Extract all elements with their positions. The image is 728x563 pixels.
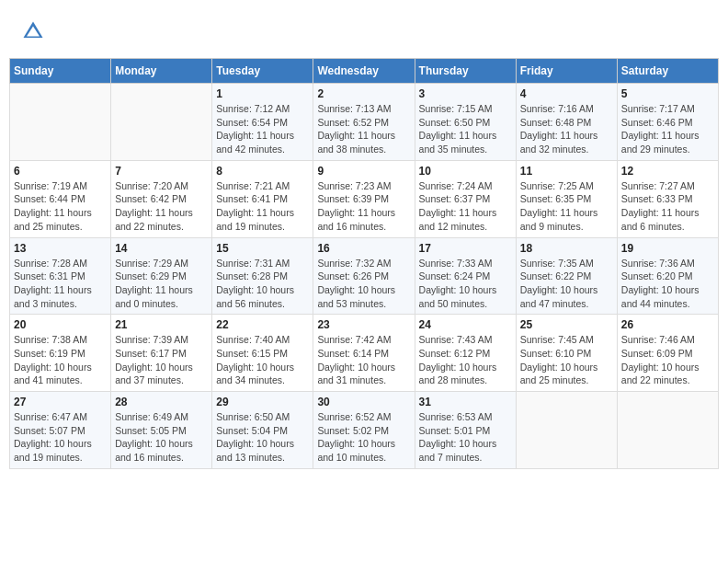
day-of-week-header: Sunday bbox=[10, 59, 111, 84]
day-info: Sunrise: 7:12 AMSunset: 6:54 PMDaylight:… bbox=[216, 102, 309, 156]
calendar-day-cell: 6Sunrise: 7:19 AMSunset: 6:44 PMDaylight… bbox=[10, 160, 111, 237]
day-number: 24 bbox=[419, 318, 512, 331]
calendar-day-cell: 9Sunrise: 7:23 AMSunset: 6:39 PMDaylight… bbox=[313, 160, 415, 237]
day-number: 11 bbox=[520, 165, 613, 178]
calendar-day-cell: 3Sunrise: 7:15 AMSunset: 6:50 PMDaylight… bbox=[415, 84, 516, 161]
day-number: 21 bbox=[115, 318, 208, 331]
day-info: Sunrise: 7:15 AMSunset: 6:50 PMDaylight:… bbox=[419, 102, 512, 156]
day-info: Sunrise: 7:20 AMSunset: 6:42 PMDaylight:… bbox=[115, 179, 208, 234]
day-info: Sunrise: 7:32 AMSunset: 6:26 PMDaylight:… bbox=[317, 257, 410, 311]
day-info: Sunrise: 7:28 AMSunset: 6:31 PMDaylight:… bbox=[14, 257, 107, 311]
day-info: Sunrise: 7:46 AMSunset: 6:09 PMDaylight:… bbox=[621, 333, 714, 387]
day-info: Sunrise: 7:39 AMSunset: 6:17 PMDaylight:… bbox=[115, 333, 208, 387]
day-info: Sunrise: 7:29 AMSunset: 6:29 PMDaylight:… bbox=[115, 257, 208, 311]
calendar-day-cell: 21Sunrise: 7:39 AMSunset: 6:17 PMDayligh… bbox=[111, 315, 212, 392]
calendar-day-cell: 2Sunrise: 7:13 AMSunset: 6:52 PMDaylight… bbox=[313, 84, 415, 161]
day-info: Sunrise: 7:36 AMSunset: 6:20 PMDaylight:… bbox=[621, 257, 714, 311]
calendar-day-cell: 17Sunrise: 7:33 AMSunset: 6:24 PMDayligh… bbox=[415, 237, 516, 315]
calendar-day-cell bbox=[617, 392, 718, 469]
day-info: Sunrise: 7:31 AMSunset: 6:28 PMDaylight:… bbox=[216, 257, 309, 311]
calendar-day-cell: 23Sunrise: 7:42 AMSunset: 6:14 PMDayligh… bbox=[313, 315, 415, 392]
day-info: Sunrise: 7:27 AMSunset: 6:33 PMDaylight:… bbox=[621, 179, 714, 234]
day-info: Sunrise: 6:52 AMSunset: 5:02 PMDaylight:… bbox=[317, 410, 410, 465]
day-number: 27 bbox=[14, 396, 107, 408]
day-number: 2 bbox=[317, 87, 410, 100]
day-number: 4 bbox=[520, 87, 613, 100]
day-number: 3 bbox=[419, 87, 512, 100]
calendar-day-cell: 11Sunrise: 7:25 AMSunset: 6:35 PMDayligh… bbox=[516, 160, 617, 237]
calendar-day-cell: 15Sunrise: 7:31 AMSunset: 6:28 PMDayligh… bbox=[212, 237, 313, 315]
calendar-day-cell: 22Sunrise: 7:40 AMSunset: 6:15 PMDayligh… bbox=[212, 315, 313, 392]
day-info: Sunrise: 7:33 AMSunset: 6:24 PMDaylight:… bbox=[419, 257, 512, 311]
day-of-week-header: Wednesday bbox=[313, 59, 415, 84]
calendar-week-row: 13Sunrise: 7:28 AMSunset: 6:31 PMDayligh… bbox=[10, 237, 719, 315]
calendar-week-row: 20Sunrise: 7:38 AMSunset: 6:19 PMDayligh… bbox=[10, 315, 719, 392]
day-info: Sunrise: 7:43 AMSunset: 6:12 PMDaylight:… bbox=[419, 333, 512, 387]
day-number: 28 bbox=[115, 396, 208, 408]
day-of-week-header: Tuesday bbox=[212, 59, 313, 84]
day-info: Sunrise: 6:50 AMSunset: 5:04 PMDaylight:… bbox=[216, 410, 309, 465]
day-info: Sunrise: 7:17 AMSunset: 6:46 PMDaylight:… bbox=[621, 102, 714, 156]
day-info: Sunrise: 7:42 AMSunset: 6:14 PMDaylight:… bbox=[317, 333, 410, 387]
day-info: Sunrise: 7:16 AMSunset: 6:48 PMDaylight:… bbox=[520, 102, 613, 156]
calendar-day-cell: 1Sunrise: 7:12 AMSunset: 6:54 PMDaylight… bbox=[212, 84, 313, 161]
calendar-day-cell: 14Sunrise: 7:29 AMSunset: 6:29 PMDayligh… bbox=[111, 237, 212, 315]
day-number: 20 bbox=[14, 318, 107, 331]
day-number: 18 bbox=[520, 242, 613, 255]
day-info: Sunrise: 7:35 AMSunset: 6:22 PMDaylight:… bbox=[520, 257, 613, 311]
day-info: Sunrise: 7:40 AMSunset: 6:15 PMDaylight:… bbox=[216, 333, 309, 387]
day-number: 7 bbox=[115, 165, 208, 178]
day-info: Sunrise: 7:45 AMSunset: 6:10 PMDaylight:… bbox=[520, 333, 613, 387]
day-info: Sunrise: 6:53 AMSunset: 5:01 PMDaylight:… bbox=[419, 410, 512, 465]
page-header bbox=[9, 9, 719, 52]
day-number: 13 bbox=[14, 242, 107, 255]
calendar-day-cell: 28Sunrise: 6:49 AMSunset: 5:05 PMDayligh… bbox=[111, 392, 212, 469]
calendar-day-cell: 12Sunrise: 7:27 AMSunset: 6:33 PMDayligh… bbox=[617, 160, 718, 237]
day-number: 26 bbox=[621, 318, 714, 331]
calendar-day-cell: 16Sunrise: 7:32 AMSunset: 6:26 PMDayligh… bbox=[313, 237, 415, 315]
day-number: 15 bbox=[216, 242, 309, 255]
calendar-week-row: 27Sunrise: 6:47 AMSunset: 5:07 PMDayligh… bbox=[10, 392, 719, 469]
day-number: 1 bbox=[216, 87, 309, 100]
calendar-day-cell: 27Sunrise: 6:47 AMSunset: 5:07 PMDayligh… bbox=[10, 392, 111, 469]
calendar-week-row: 1Sunrise: 7:12 AMSunset: 6:54 PMDaylight… bbox=[10, 84, 719, 161]
calendar-day-cell: 13Sunrise: 7:28 AMSunset: 6:31 PMDayligh… bbox=[10, 237, 111, 315]
calendar-day-cell: 18Sunrise: 7:35 AMSunset: 6:22 PMDayligh… bbox=[516, 237, 617, 315]
calendar-table: SundayMondayTuesdayWednesdayThursdayFrid… bbox=[9, 58, 719, 469]
day-number: 25 bbox=[520, 318, 613, 331]
calendar-day-cell: 30Sunrise: 6:52 AMSunset: 5:02 PMDayligh… bbox=[313, 392, 415, 469]
day-info: Sunrise: 6:47 AMSunset: 5:07 PMDaylight:… bbox=[14, 410, 107, 465]
day-info: Sunrise: 7:13 AMSunset: 6:52 PMDaylight:… bbox=[317, 102, 410, 156]
day-number: 30 bbox=[317, 396, 410, 408]
day-number: 31 bbox=[419, 396, 512, 408]
calendar-day-cell bbox=[111, 84, 212, 161]
calendar-day-cell bbox=[10, 84, 111, 161]
day-info: Sunrise: 6:49 AMSunset: 5:05 PMDaylight:… bbox=[115, 410, 208, 465]
day-number: 16 bbox=[317, 242, 410, 255]
day-info: Sunrise: 7:25 AMSunset: 6:35 PMDaylight:… bbox=[520, 179, 613, 234]
day-number: 9 bbox=[317, 165, 410, 178]
day-info: Sunrise: 7:24 AMSunset: 6:37 PMDaylight:… bbox=[419, 179, 512, 234]
day-number: 22 bbox=[216, 318, 309, 331]
day-of-week-header: Friday bbox=[516, 59, 617, 84]
logo bbox=[18, 18, 48, 48]
day-number: 19 bbox=[621, 242, 714, 255]
day-number: 29 bbox=[216, 396, 309, 408]
day-number: 23 bbox=[317, 318, 410, 331]
day-number: 5 bbox=[621, 87, 714, 100]
day-of-week-header: Monday bbox=[111, 59, 212, 84]
calendar-day-cell: 24Sunrise: 7:43 AMSunset: 6:12 PMDayligh… bbox=[415, 315, 516, 392]
calendar-day-cell: 4Sunrise: 7:16 AMSunset: 6:48 PMDaylight… bbox=[516, 84, 617, 161]
calendar-day-cell bbox=[516, 392, 617, 469]
day-number: 10 bbox=[419, 165, 512, 178]
calendar-day-cell: 19Sunrise: 7:36 AMSunset: 6:20 PMDayligh… bbox=[617, 237, 718, 315]
calendar-day-cell: 25Sunrise: 7:45 AMSunset: 6:10 PMDayligh… bbox=[516, 315, 617, 392]
calendar-day-cell: 29Sunrise: 6:50 AMSunset: 5:04 PMDayligh… bbox=[212, 392, 313, 469]
day-info: Sunrise: 7:21 AMSunset: 6:41 PMDaylight:… bbox=[216, 179, 309, 234]
calendar-week-row: 6Sunrise: 7:19 AMSunset: 6:44 PMDaylight… bbox=[10, 160, 719, 237]
calendar-day-cell: 5Sunrise: 7:17 AMSunset: 6:46 PMDaylight… bbox=[617, 84, 718, 161]
day-info: Sunrise: 7:19 AMSunset: 6:44 PMDaylight:… bbox=[14, 179, 107, 234]
calendar-day-cell: 8Sunrise: 7:21 AMSunset: 6:41 PMDaylight… bbox=[212, 160, 313, 237]
logo-icon bbox=[20, 18, 46, 44]
calendar-day-cell: 20Sunrise: 7:38 AMSunset: 6:19 PMDayligh… bbox=[10, 315, 111, 392]
